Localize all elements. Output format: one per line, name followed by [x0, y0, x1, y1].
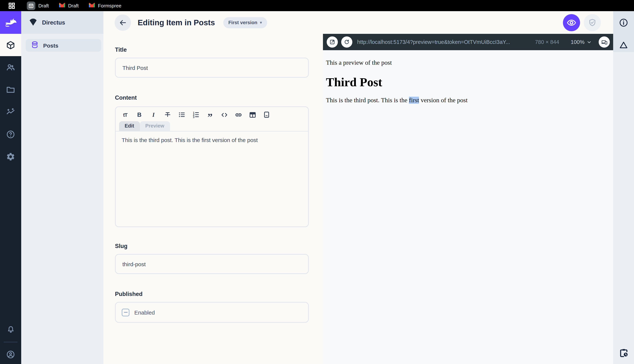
- project-name: Directus: [42, 19, 65, 26]
- module-bar: [0, 11, 21, 364]
- table-icon[interactable]: [248, 110, 257, 119]
- title-input[interactable]: [115, 58, 309, 78]
- checkbox-label: Enabled: [134, 309, 155, 316]
- tab-preview[interactable]: Preview: [140, 121, 170, 131]
- slug-field-label: Slug: [115, 243, 128, 250]
- page-title: Editing Item in Posts: [138, 18, 215, 27]
- sidebar-spacer: [613, 52, 634, 342]
- markdown-editor: tT B I 123 ”: [115, 106, 309, 227]
- module-insights[interactable]: [0, 101, 21, 123]
- preview-intro-text: This a preview of the post: [326, 59, 610, 66]
- module-help[interactable]: [0, 123, 21, 146]
- published-toggle-field: Enabled: [115, 302, 309, 323]
- strikethrough-icon[interactable]: [163, 110, 172, 119]
- module-users[interactable]: [0, 56, 21, 78]
- slug-input[interactable]: [115, 254, 309, 274]
- collection-list: Posts: [21, 34, 104, 52]
- browser-tab-draft-gmail[interactable]: Draft: [59, 2, 79, 9]
- link-icon[interactable]: [234, 110, 243, 119]
- revisions-clipboard-clock-button[interactable]: [613, 342, 634, 364]
- info-button[interactable]: [616, 16, 631, 30]
- chevron-down-icon: [587, 40, 591, 44]
- live-preview-panel: http://localhost:5173/4?preview=true&tok…: [323, 34, 613, 364]
- gmail-icon: [59, 2, 65, 9]
- preview-dimensions: 780 × 844: [535, 39, 559, 45]
- content-textarea[interactable]: This is the third post. This is the firs…: [116, 132, 308, 148]
- navigation-sidebar: Directus Posts: [21, 11, 104, 364]
- version-dropdown[interactable]: First version ▾: [223, 17, 267, 28]
- editor-toolbar: tT B I 123 ”: [116, 107, 308, 120]
- info-icon: [619, 18, 628, 28]
- page-header: Editing Item in Posts First version ▾: [104, 11, 613, 34]
- main-area: Editing Item in Posts First version ▾ Ti…: [104, 11, 613, 364]
- selected-text: first: [409, 97, 419, 104]
- title-field-label: Title: [115, 46, 127, 53]
- content-field-label: Content: [115, 94, 137, 101]
- item-edit-form: Title Content tT B I: [104, 34, 323, 364]
- user-avatar-icon[interactable]: [0, 345, 21, 364]
- module-files[interactable]: [0, 78, 21, 101]
- gmail-icon: [89, 2, 95, 9]
- svg-text:31: 31: [30, 5, 32, 8]
- preview-url[interactable]: http://localhost:5173/4?preview=true&tok…: [357, 39, 528, 45]
- sidebar-item-label: Posts: [43, 42, 59, 48]
- code-icon[interactable]: [220, 110, 228, 119]
- module-bar-spacer: [0, 168, 21, 320]
- image-icon[interactable]: [262, 110, 271, 119]
- zoom-value: 100%: [571, 39, 584, 45]
- preview-post-body: This is the third post. This is the firs…: [326, 97, 610, 104]
- right-sidebar: [613, 11, 634, 364]
- notifications-bell-icon[interactable]: [0, 320, 21, 340]
- database-icon: [31, 41, 39, 50]
- preview-toolbar: http://localhost:5173/4?preview=true&tok…: [323, 34, 613, 50]
- browser-tab-formspree[interactable]: Formspree: [89, 2, 122, 9]
- browser-tab-draft-calendar[interactable]: 31 Draft: [27, 1, 49, 10]
- back-button[interactable]: [115, 14, 131, 31]
- clipboard-clock-icon: [618, 348, 628, 358]
- module-settings[interactable]: [0, 146, 21, 168]
- open-in-new-window-button[interactable]: [327, 36, 338, 48]
- tab-grid-icon[interactable]: [6, 0, 17, 11]
- blockquote-icon[interactable]: ”: [206, 110, 214, 119]
- indeterminate-checkbox-icon[interactable]: [122, 308, 130, 316]
- zoom-select[interactable]: 100%: [571, 39, 591, 45]
- directus-logo[interactable]: [0, 11, 21, 34]
- triangle-icon: [619, 40, 628, 50]
- caret-down-icon: ▾: [260, 20, 262, 24]
- tab-label: Draft: [38, 3, 49, 8]
- heading-icon[interactable]: tT: [121, 110, 130, 119]
- preview-post-heading: Third Post: [326, 76, 610, 89]
- italic-icon[interactable]: I: [149, 110, 158, 119]
- project-header[interactable]: Directus: [21, 11, 104, 34]
- project-logo-icon: [29, 18, 38, 27]
- refresh-button[interactable]: [341, 36, 352, 48]
- module-content[interactable]: [0, 34, 21, 56]
- sidebar-button-group: [613, 11, 634, 52]
- sidebar-item-posts[interactable]: Posts: [26, 39, 101, 52]
- responsive-devices-button[interactable]: [599, 36, 610, 48]
- module-bar-divider: [4, 342, 18, 342]
- calendar-icon: 31: [27, 1, 35, 10]
- version-label: First version: [228, 20, 257, 25]
- svg-text:3: 3: [193, 116, 194, 118]
- preview-iframe: This a preview of the post Third Post Th…: [323, 50, 613, 364]
- published-field-label: Published: [115, 291, 143, 298]
- browser-tab-bar: 31 Draft Draft Formspree: [0, 0, 634, 11]
- triangle-button[interactable]: [616, 38, 631, 52]
- app-window: 31 Draft Draft Formspree: [0, 0, 634, 364]
- live-preview-eye-button[interactable]: [563, 14, 580, 31]
- tab-label: Draft: [68, 3, 79, 8]
- shield-check-button[interactable]: [584, 14, 601, 31]
- bold-icon[interactable]: B: [135, 110, 144, 119]
- numbered-list-icon[interactable]: 123: [192, 110, 200, 119]
- tab-edit[interactable]: Edit: [119, 121, 140, 131]
- tab-label: Formspree: [98, 3, 122, 8]
- bulleted-list-icon[interactable]: [178, 110, 186, 119]
